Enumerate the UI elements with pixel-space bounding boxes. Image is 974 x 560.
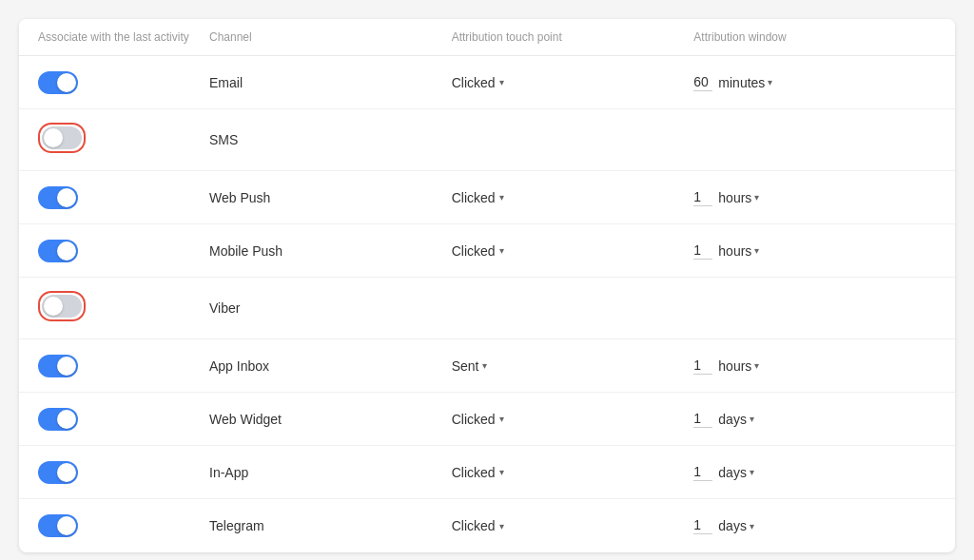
touch-point-dropdown[interactable]: Clicked ▾ (452, 518, 504, 533)
toggle-knob (44, 128, 63, 147)
toggle-knob (57, 188, 76, 207)
table-header: Associate with the last activity Channel… (19, 19, 955, 56)
table-row: In-AppClicked ▾1days ▾ (19, 446, 955, 499)
attribution-window-cell: 60minutes ▾ (693, 74, 936, 91)
toggle-wrapper-web-widget (38, 408, 78, 431)
window-unit-dropdown[interactable]: days ▾ (718, 465, 754, 480)
chevron-down-icon: ▾ (499, 521, 504, 531)
toggle-in-app[interactable] (38, 461, 78, 484)
toggle-knob (57, 357, 76, 376)
attribution-table: Associate with the last activity Channel… (19, 19, 955, 552)
channel-name: Email (209, 75, 243, 90)
chevron-down-icon: ▾ (754, 245, 759, 256)
toggle-highlight-border (38, 291, 86, 321)
channel-name: Web Widget (209, 412, 282, 427)
window-value[interactable]: 1 (693, 411, 712, 428)
chevron-down-icon: ▾ (754, 192, 759, 203)
channel-name: Telegram (209, 518, 264, 533)
toggle-cell (38, 355, 209, 377)
channel-name: App Inbox (209, 358, 269, 374)
channel-name: Mobile Push (209, 243, 282, 259)
toggle-cell (38, 291, 209, 325)
table-row: EmailClicked ▾60minutes ▾ (19, 56, 955, 109)
toggle-cell (38, 71, 209, 94)
chevron-down-icon: ▾ (499, 77, 504, 87)
attribution-window: 1days ▾ (693, 411, 754, 428)
window-value[interactable]: 1 (693, 242, 712, 260)
touch-point-dropdown[interactable]: Clicked ▾ (452, 190, 504, 205)
channel-cell: Web Push (209, 190, 452, 205)
attribution-window-cell: 1hours ▾ (693, 189, 936, 206)
toggle-cell (38, 514, 209, 537)
window-value[interactable]: 1 (693, 464, 712, 481)
attribution-window-cell: 1days ▾ (693, 464, 936, 481)
touch-point-dropdown[interactable]: Sent ▾ (452, 358, 488, 374)
attribution-window-cell: 1hours ▾ (693, 242, 936, 260)
toggle-knob (44, 297, 63, 316)
channel-cell: In-App (209, 465, 452, 480)
toggle-web-widget[interactable] (38, 408, 78, 431)
window-unit-dropdown[interactable]: hours ▾ (718, 190, 759, 205)
table-body: EmailClicked ▾60minutes ▾SMSWeb PushClic… (19, 56, 955, 552)
chevron-down-icon: ▾ (754, 360, 759, 371)
header-channel: Channel (209, 30, 452, 44)
toggle-knob (57, 463, 76, 482)
attribution-window: 1days ▾ (693, 464, 754, 481)
toggle-cell (38, 240, 209, 262)
table-row: Mobile PushClicked ▾1hours ▾ (19, 224, 955, 278)
toggle-email[interactable] (38, 71, 78, 94)
touch-point-cell: Clicked ▾ (452, 75, 694, 90)
channel-cell: Viber (209, 300, 452, 316)
toggle-telegram[interactable] (38, 514, 78, 537)
attribution-window: 1hours ▾ (693, 242, 759, 260)
channel-name: Viber (209, 300, 240, 316)
window-unit-dropdown[interactable]: minutes ▾ (718, 75, 772, 90)
window-unit-dropdown[interactable]: days ▾ (718, 412, 754, 427)
toggle-web-push[interactable] (38, 186, 78, 209)
touch-point-dropdown[interactable]: Clicked ▾ (452, 465, 504, 480)
touch-point-dropdown[interactable]: Clicked ▾ (452, 75, 504, 90)
channel-cell: Web Widget (209, 412, 452, 427)
window-value[interactable]: 1 (693, 357, 712, 375)
header-touch-point: Attribution touch point (452, 30, 694, 44)
window-unit-dropdown[interactable]: hours ▾ (718, 358, 759, 374)
table-row: Web WidgetClicked ▾1days ▾ (19, 393, 955, 446)
toggle-cell (38, 123, 209, 157)
toggle-knob (57, 410, 76, 429)
window-value[interactable]: 1 (693, 189, 712, 206)
toggle-wrapper-in-app (38, 461, 78, 484)
toggle-mobile-push[interactable] (38, 240, 78, 262)
channel-name: SMS (209, 132, 238, 147)
touch-point-dropdown[interactable]: Clicked ▾ (452, 243, 504, 259)
toggle-knob (57, 516, 76, 535)
chevron-down-icon: ▾ (499, 192, 504, 203)
table-row: TelegramClicked ▾1days ▾ (19, 499, 955, 552)
toggle-app-inbox[interactable] (38, 355, 78, 377)
toggle-wrapper-telegram (38, 514, 78, 537)
window-value[interactable]: 1 (693, 517, 712, 534)
channel-cell: Email (209, 75, 452, 90)
chevron-down-icon: ▾ (750, 521, 754, 531)
chevron-down-icon: ▾ (482, 360, 487, 371)
chevron-down-icon: ▾ (499, 414, 504, 424)
window-unit-dropdown[interactable]: days ▾ (718, 518, 754, 533)
channel-cell: Mobile Push (209, 243, 452, 259)
attribution-window-cell: 1hours ▾ (693, 357, 936, 375)
header-associate: Associate with the last activity (38, 30, 209, 44)
toggle-sms[interactable] (42, 126, 82, 149)
touch-point-dropdown[interactable]: Clicked ▾ (452, 412, 504, 427)
toggle-wrapper-app-inbox (38, 355, 78, 377)
toggle-wrapper-web-push (38, 186, 78, 209)
chevron-down-icon: ▾ (768, 77, 772, 87)
toggle-knob (57, 241, 76, 261)
window-unit-dropdown[interactable]: hours ▾ (718, 243, 759, 259)
table-row: SMS (19, 109, 955, 171)
channel-cell: SMS (209, 132, 452, 147)
toggle-cell (38, 186, 209, 209)
touch-point-cell: Clicked ▾ (452, 465, 694, 480)
window-value[interactable]: 60 (693, 74, 712, 91)
toggle-wrapper-mobile-push (38, 240, 78, 262)
attribution-window: 1days ▾ (693, 517, 754, 534)
toggle-viber[interactable] (42, 295, 82, 318)
toggle-wrapper-viber (38, 291, 86, 325)
